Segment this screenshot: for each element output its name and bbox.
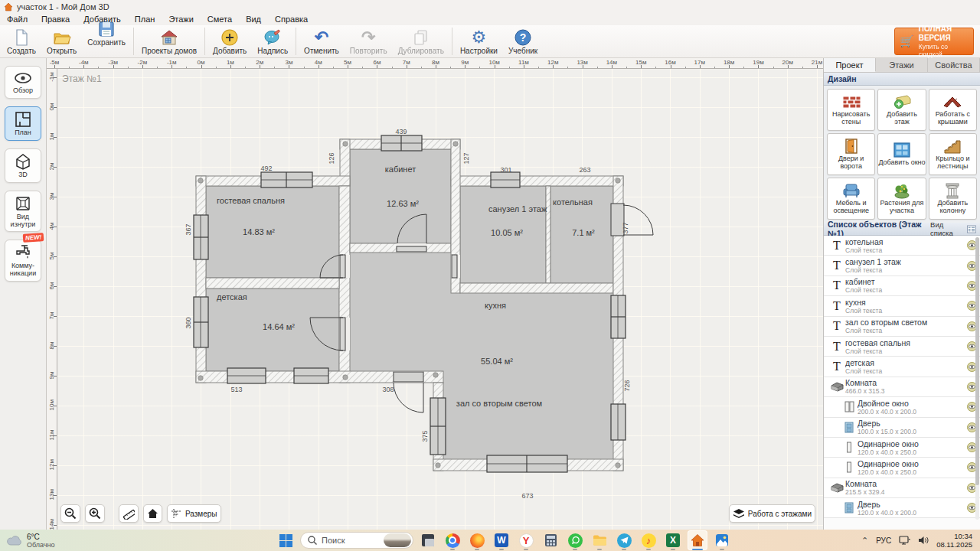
explorer-folder-icon[interactable]: [590, 530, 609, 550]
taskbar: 6°C Облачно Поиск W Y ♪ X ⌃ РУС 10:34: [0, 530, 980, 551]
list-item-double-window[interactable]: Двойное окно200.0 x 40.0 x 200.0: [824, 397, 980, 417]
chrome-icon[interactable]: [443, 530, 462, 550]
furniture-lighting-button[interactable]: Мебель и освещение: [827, 178, 875, 220]
floor-plan[interactable]: 439 492 301 263 126 127 367 360 513 308 …: [47, 58, 823, 530]
doors-gates-button[interactable]: Двери и ворота: [827, 133, 875, 175]
sidebar-item-3d[interactable]: 3D: [5, 148, 41, 183]
firefox-icon[interactable]: [467, 530, 487, 550]
zoom-out-button[interactable]: [60, 504, 80, 523]
draw-walls-button[interactable]: Нарисовать стены: [827, 89, 875, 131]
settings-button[interactable]: ⚙ Настройки: [455, 26, 503, 57]
list-item[interactable]: TкотельнаяСлой текста: [824, 236, 980, 256]
save-button[interactable]: Сохранить ▾: [82, 26, 131, 57]
house-projects-button[interactable]: Проекты домов: [136, 26, 202, 57]
ruler-h-label: 16м: [665, 59, 675, 66]
sidebar-item-interior[interactable]: Вид изнутри: [5, 191, 41, 233]
porch-stairs-button[interactable]: Крыльцо и лестницы: [929, 133, 977, 175]
undo-button[interactable]: ↶ Отменить: [299, 26, 345, 57]
plan-canvas[interactable]: -5м-4м-3м-2м-1м0м1м2м3м4м5м6м7м8м9м10м11…: [46, 58, 823, 530]
tab-floors[interactable]: Этажи: [876, 58, 928, 72]
tray-time: 10:34: [936, 532, 972, 540]
list-item[interactable]: TкухняСлой текста: [824, 296, 980, 316]
task-view-button[interactable]: [418, 530, 438, 550]
list-item-room[interactable]: Комната466.0 x 315.3: [824, 377, 980, 397]
open-button[interactable]: Открыть: [41, 26, 82, 57]
menu-estimate[interactable]: Смета: [201, 13, 239, 25]
yandex-browser-icon[interactable]: Y: [516, 530, 536, 550]
taskbar-weather[interactable]: 6°C Облачно: [0, 533, 276, 549]
measure-button[interactable]: [119, 504, 139, 523]
list-item[interactable]: Tзал со вторым светомСлой текста: [824, 317, 980, 337]
list-item[interactable]: TкабинетСлой текста: [824, 276, 980, 296]
svg-text:55.04 м²: 55.04 м²: [481, 357, 513, 366]
whatsapp-icon[interactable]: [565, 530, 585, 550]
menu-floors[interactable]: Этажи: [162, 13, 200, 25]
photos-icon[interactable]: [712, 530, 732, 550]
excel-icon[interactable]: X: [663, 530, 683, 550]
menu-help[interactable]: Справка: [268, 13, 315, 25]
new-button[interactable]: Создать: [2, 26, 41, 57]
plants-button[interactable]: Растения для участка: [877, 178, 926, 220]
list-scrollbar[interactable]: [975, 237, 979, 520]
add-floor-button[interactable]: Добавить этаж: [877, 89, 926, 131]
tab-properties[interactable]: Свойства: [928, 58, 980, 72]
list-view-icon[interactable]: [967, 225, 976, 233]
sidebar-item-communications[interactable]: NEW! Комму-никации: [5, 240, 41, 282]
my-home-3d-taskbar-icon[interactable]: [688, 530, 707, 550]
house-3d-icon: [14, 153, 32, 170]
list-item[interactable]: Tгостевая спальняСлой текста: [824, 337, 980, 357]
taskbar-search[interactable]: Поиск: [300, 532, 413, 549]
list-item-single-window[interactable]: Одинарное окно120.0 x 40.0 x 250.0: [824, 458, 980, 478]
menu-file[interactable]: Файл: [0, 13, 34, 25]
list-item-single-window[interactable]: Одинарное окно120.0 x 40.0 x 250.0: [824, 438, 980, 458]
folder-glyph: [593, 534, 607, 546]
word-icon[interactable]: W: [492, 530, 511, 550]
roofs-button[interactable]: Работать с крышами: [929, 89, 977, 131]
ruler-v-label: 14м: [48, 520, 55, 530]
taskbar-clock[interactable]: 10:34 08.11.2025: [936, 532, 972, 549]
language-indicator[interactable]: РУС: [876, 536, 891, 545]
menu-view[interactable]: Вид: [239, 13, 268, 25]
zoom-in-button[interactable]: [85, 504, 105, 523]
ruler-h-label: -5м: [50, 59, 60, 66]
design-buttons-grid: Нарисовать стены Добавить этаж Работать …: [824, 86, 980, 223]
duplicate-button[interactable]: Дублировать: [393, 26, 449, 57]
full-version-button[interactable]: 🛒 ПОЛНАЯ ВЕРСИЯ Купить со скидкой: [894, 28, 974, 55]
tab-project[interactable]: Проект: [824, 58, 876, 72]
new-document-icon: [12, 28, 31, 47]
start-button[interactable]: [276, 530, 296, 550]
ruler-h-label: 13м: [577, 59, 587, 66]
main-area: Обзор План 3D Вид изнутри NEW! Комму-ник…: [0, 58, 980, 530]
list-item[interactable]: TдетскаяСлой текста: [824, 357, 980, 377]
menu-plan[interactable]: План: [128, 13, 162, 25]
add-plus-icon: [220, 28, 239, 47]
ruler-h-label: 10м: [488, 59, 499, 66]
scrollbar-thumb[interactable]: [975, 237, 979, 485]
home-view-button[interactable]: [143, 504, 162, 523]
redo-button[interactable]: ↷ Повторить: [345, 26, 393, 57]
telegram-icon[interactable]: [614, 530, 634, 550]
sidebar-item-overview[interactable]: Обзор: [5, 66, 41, 99]
list-item-room[interactable]: Комната215.5 x 329.4: [824, 478, 980, 498]
menu-edit[interactable]: Правка: [34, 13, 77, 25]
tutorial-button[interactable]: ? Учебник: [503, 26, 543, 57]
taskbar-center: Поиск W Y ♪ X: [276, 530, 732, 550]
list-item-door[interactable]: Дверь120.0 x 40.0 x 200.0: [824, 498, 980, 518]
volume-icon[interactable]: [918, 536, 929, 545]
note-button[interactable]: Надпись: [252, 26, 293, 57]
network-icon[interactable]: [899, 536, 910, 545]
ruler-v-label: 10м: [48, 400, 55, 411]
calculator-icon[interactable]: [541, 530, 560, 550]
sidebar-item-plan[interactable]: План: [5, 106, 41, 141]
work-with-floors-button[interactable]: Работа с этажами: [729, 504, 815, 523]
tray-expand-chevron[interactable]: ⌃: [861, 536, 868, 546]
photos-glyph: [715, 533, 729, 547]
list-item[interactable]: Tсанузел 1 этажСлой текста: [824, 256, 980, 276]
add-column-button[interactable]: Добавить колонну: [929, 178, 977, 220]
add-button[interactable]: Добавить: [207, 26, 252, 57]
list-item-door[interactable]: Дверь100.0 x 15.0 x 200.0: [824, 418, 980, 438]
add-window-button[interactable]: Добавить окно: [877, 133, 926, 175]
yandex-music-icon[interactable]: ♪: [639, 530, 658, 550]
dimensions-toggle-button[interactable]: Размеры: [167, 504, 221, 523]
ruler-h-label: 8м: [432, 59, 439, 66]
